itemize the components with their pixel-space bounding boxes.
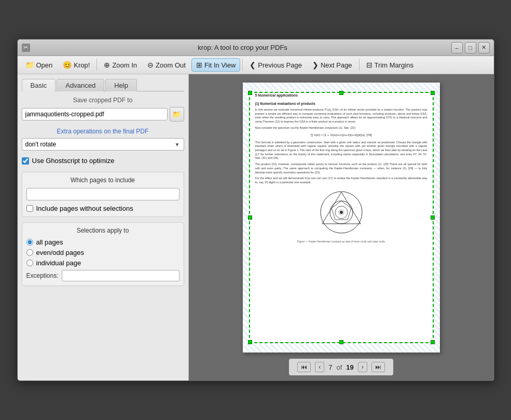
all-pages-label: all pages bbox=[36, 238, 63, 246]
include-checkbox[interactable] bbox=[26, 205, 33, 212]
window-controls: – □ ✕ bbox=[451, 42, 490, 53]
minimize-button[interactable]: – bbox=[451, 42, 463, 53]
file-row: 📁 bbox=[22, 107, 184, 121]
rotate-row: don't rotate rotate left rotate right ro… bbox=[22, 138, 184, 151]
para-4: The product (22), however, corresponds r… bbox=[255, 162, 427, 174]
include-label: Include pages without selections bbox=[36, 205, 133, 212]
zoom-in-button[interactable]: ⊕ Zoom In bbox=[99, 58, 142, 72]
page-container: 5 Numerical applications (1) Numerical e… bbox=[243, 83, 440, 353]
content-area: Basic Advanced Help Save cropped PDF to … bbox=[18, 74, 494, 381]
fit-view-icon: ⊞ bbox=[196, 61, 202, 69]
toolbar: 📁 Open 😊 Krop! ⊕ Zoom In ⊖ Zoom Out ⊞ Fi… bbox=[18, 56, 494, 74]
window-title: krop: A tool to crop your PDFs bbox=[34, 44, 451, 51]
fit-in-view-button[interactable]: ⊞ Fit In View bbox=[191, 58, 240, 72]
pagination: ⏮ ‹ 7 of 19 › ⏭ bbox=[289, 359, 393, 375]
even-odd-radio[interactable] bbox=[26, 249, 33, 256]
open-icon: 📁 bbox=[25, 61, 34, 69]
file-input[interactable] bbox=[22, 108, 168, 120]
trim-margins-button[interactable]: ⊟ Trim Margins bbox=[362, 58, 418, 72]
para-2: Now consider the spectrum via the Kepler… bbox=[255, 126, 427, 130]
browse-button[interactable]: 📁 bbox=[170, 107, 184, 121]
diagram-area bbox=[255, 189, 427, 236]
tab-basic[interactable]: Basic bbox=[22, 79, 56, 91]
pdf-page: 5 Numerical applications (1) Numerical e… bbox=[194, 79, 489, 356]
even-odd-label: even/odd pages bbox=[36, 249, 85, 256]
maximize-button[interactable]: □ bbox=[465, 42, 476, 53]
sidebar-tabs: Basic Advanced Help bbox=[22, 78, 184, 91]
crop-handle-br[interactable] bbox=[431, 340, 435, 344]
page-content: 5 Numerical applications (1) Numerical e… bbox=[243, 83, 440, 254]
next-icon: ❯ bbox=[312, 61, 319, 69]
pages-section: Which pages to include Include pages wit… bbox=[22, 172, 184, 217]
all-pages-row: all pages bbox=[26, 238, 179, 246]
zoom-out-icon: ⊖ bbox=[147, 61, 154, 69]
para-5: For the effect and we will demonstrate h… bbox=[255, 177, 427, 184]
subsection-title: (1) Numerical evaluations of products bbox=[255, 101, 427, 106]
tab-advanced[interactable]: Advanced bbox=[57, 79, 104, 91]
sidebar: Basic Advanced Help Save cropped PDF to … bbox=[18, 74, 189, 381]
next-page-button[interactable]: ❯ Next Page bbox=[308, 58, 357, 72]
individual-label: individual page bbox=[36, 259, 81, 267]
crop-handle-bc[interactable] bbox=[339, 340, 343, 344]
separator-1 bbox=[96, 59, 97, 71]
individual-radio[interactable] bbox=[26, 260, 33, 266]
para-3: This formula is admitted by a geometric … bbox=[255, 141, 427, 160]
individual-row: individual page bbox=[26, 259, 179, 267]
apply-title: Selections apply to bbox=[26, 227, 179, 234]
separator-2 bbox=[242, 59, 243, 71]
last-page-button[interactable]: ⏭ bbox=[371, 362, 385, 372]
open-button[interactable]: 📁 Open bbox=[21, 58, 58, 72]
pages-label: Which pages to include bbox=[26, 177, 179, 184]
current-page: 7 bbox=[328, 363, 332, 371]
zoom-in-icon: ⊕ bbox=[104, 61, 110, 69]
of-label: of bbox=[336, 363, 342, 371]
first-page-button[interactable]: ⏮ bbox=[297, 362, 311, 372]
app-window: ✂ krop: A tool to crop your PDFs – □ ✕ 📁… bbox=[17, 39, 494, 381]
titlebar: ✂ krop: A tool to crop your PDFs – □ ✕ bbox=[18, 39, 494, 56]
all-pages-radio[interactable] bbox=[26, 239, 33, 246]
separator-3 bbox=[359, 59, 360, 71]
crop-handle-bl[interactable] bbox=[248, 340, 252, 344]
exceptions-input[interactable] bbox=[62, 270, 179, 281]
prev-icon: ❮ bbox=[250, 61, 256, 69]
para-1: In this section we evaluate numerical in… bbox=[255, 108, 427, 124]
diagram-caption: Figure — Kepler-Hamiltonian constant as … bbox=[255, 240, 427, 243]
total-pages: 19 bbox=[346, 363, 353, 371]
krop-button[interactable]: 😊 Krop! bbox=[58, 58, 94, 72]
ghostscript-label: Use Ghostscript to optimize bbox=[32, 157, 115, 165]
main-view: 5 Numerical applications (1) Numerical e… bbox=[189, 74, 494, 381]
close-button[interactable]: ✕ bbox=[478, 42, 490, 53]
zoom-out-button[interactable]: ⊖ Zoom Out bbox=[143, 58, 190, 72]
kepler-diagram bbox=[315, 189, 367, 236]
rotate-select[interactable]: don't rotate rotate left rotate right ro… bbox=[22, 138, 184, 151]
app-icon: ✂ bbox=[22, 44, 30, 52]
previous-page-button[interactable]: ❮ Previous Page bbox=[245, 58, 307, 72]
ghostscript-checkbox[interactable] bbox=[22, 157, 29, 165]
prev-page-button[interactable]: ‹ bbox=[315, 362, 324, 372]
hatch-bottom bbox=[243, 343, 440, 353]
folder-icon: 📁 bbox=[172, 110, 181, 118]
svg-point-5 bbox=[340, 211, 343, 214]
trim-icon: ⊟ bbox=[366, 61, 372, 69]
exceptions-label: Exceptions: bbox=[26, 272, 59, 279]
pages-input[interactable] bbox=[26, 188, 179, 200]
tab-help[interactable]: Help bbox=[105, 79, 137, 91]
include-row: Include pages without selections bbox=[26, 205, 179, 212]
section-title: 5 Numerical applications bbox=[255, 93, 427, 98]
exceptions-row: Exceptions: bbox=[26, 270, 179, 281]
even-odd-row: even/odd pages bbox=[26, 249, 179, 256]
apply-section: Selections apply to all pages even/odd p… bbox=[22, 222, 184, 286]
extra-label: Extra operations on the final PDF bbox=[22, 128, 184, 135]
next-page-btn[interactable]: › bbox=[358, 362, 367, 372]
formula: ∏ n(G) = (1 + 1/(n(n+1)(n+2)(n+3)))ξ(n).… bbox=[255, 133, 427, 137]
rotate-select-wrapper: don't rotate rotate left rotate right ro… bbox=[22, 138, 184, 151]
ghostscript-row: Use Ghostscript to optimize bbox=[22, 157, 184, 165]
krop-icon: 😊 bbox=[63, 61, 72, 69]
save-label: Save cropped PDF to bbox=[22, 97, 184, 104]
